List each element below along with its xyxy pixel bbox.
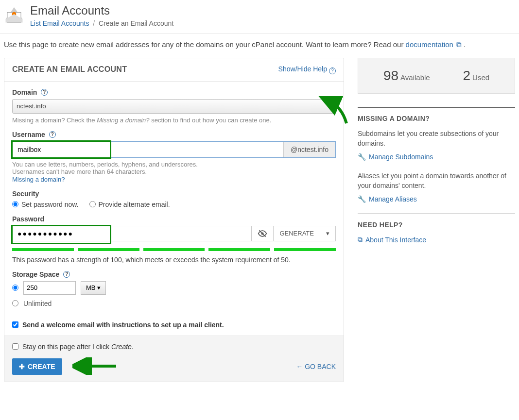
panel-title: CREATE AN EMAIL ACCOUNT [12,65,127,74]
password-strength-text: This password has a strength of 100, whi… [12,256,336,264]
storage-amount-input[interactable] [23,281,76,295]
password-input[interactable] [13,226,251,241]
manage-subdomains-link[interactable]: 🔧Manage Subdomains [358,153,515,161]
arrow-annotation-icon [72,357,121,375]
email-accounts-icon [4,4,24,24]
documentation-link[interactable]: documentation [406,40,453,49]
missing-domain-link[interactable]: Missing a domain? [12,176,65,183]
page-title: Email Accounts [30,4,173,17]
subdomains-text: Subdomains let you create subsections of… [358,129,515,148]
create-button[interactable]: ✚CREATE [12,358,62,375]
domain-hint: Missing a domain? Check the Missing a do… [12,117,336,124]
missing-domain-heading: MISSING A DOMAIN? [358,115,515,122]
sidebar: 98Available 2Used MISSING A DOMAIN? Subd… [358,58,515,382]
available-count: 98 [383,68,398,83]
page-header: Email Accounts List Email Accounts / Cre… [0,0,519,33]
storage-unit-dropdown[interactable]: MB ▾ [81,281,106,295]
unlimited-label: Unlimited [23,300,52,307]
security-label: Security [12,190,336,198]
alternate-email-radio[interactable]: Provide alternate email. [89,201,170,208]
help-icon[interactable]: ? [63,271,70,278]
welcome-email-checkbox[interactable] [12,321,18,328]
account-stats: 98Available 2Used [358,58,515,94]
domain-label: Domain? [12,88,336,96]
welcome-email-label: Send a welcome email with instructions t… [22,321,224,329]
about-interface-link[interactable]: ⧉About This Interface [358,235,515,244]
breadcrumb-list-link[interactable]: List Email Accounts [30,19,89,27]
username-hint: You can use letters, numbers, periods, h… [12,161,336,175]
stay-on-page-checkbox[interactable] [12,343,18,350]
external-link-icon: ⧉ [358,235,363,244]
storage-unlimited-radio[interactable] [12,300,18,306]
help-icon[interactable]: ? [49,131,56,138]
manage-aliases-link[interactable]: 🔧Manage Aliases [358,195,515,203]
password-label: Password [12,215,336,223]
breadcrumb-current: Create an Email Account [99,19,173,27]
help-icon: ? [329,67,336,74]
password-options-dropdown[interactable]: ▾ [320,226,335,241]
generate-password-button[interactable]: GENERATE [273,226,320,241]
eye-off-icon [258,229,267,238]
set-password-radio[interactable]: Set password now. [12,201,79,208]
show-hide-help-link[interactable]: Show/Hide Help? [278,65,336,74]
username-label: Username? [12,131,336,138]
storage-label: Storage Space? [12,270,336,278]
aliases-text: Aliases let you point a domain towards a… [358,171,515,190]
create-account-panel: CREATE AN EMAIL ACCOUNT Show/Hide Help? … [4,58,344,382]
used-count: 2 [463,68,470,83]
arrow-annotation-icon [317,96,356,127]
storage-fixed-radio[interactable] [12,285,18,291]
need-help-heading: NEED HELP? [358,221,515,229]
go-back-button[interactable]: ←GO BACK [296,363,336,370]
password-strength-meter [12,248,336,251]
svg-point-5 [261,232,264,235]
breadcrumb: List Email Accounts / Create an Email Ac… [30,19,173,27]
wrench-icon: 🔧 [358,153,366,161]
stay-on-page-label: Stay on this page after I click Create. [22,343,134,351]
intro-text: Use this page to create new email addres… [0,40,519,58]
username-input[interactable] [13,142,283,157]
external-link-icon: ⧉ [454,40,462,49]
username-domain-addon: @nctest.info [283,142,335,157]
chevron-down-icon: ▾ [326,230,329,237]
plus-icon: ✚ [19,363,25,370]
wrench-icon: 🔧 [358,195,366,203]
domain-select[interactable]: nctest.info [12,99,336,114]
arrow-left-icon: ← [296,363,303,370]
toggle-password-visibility-button[interactable] [251,226,273,241]
help-icon[interactable]: ? [41,89,48,96]
